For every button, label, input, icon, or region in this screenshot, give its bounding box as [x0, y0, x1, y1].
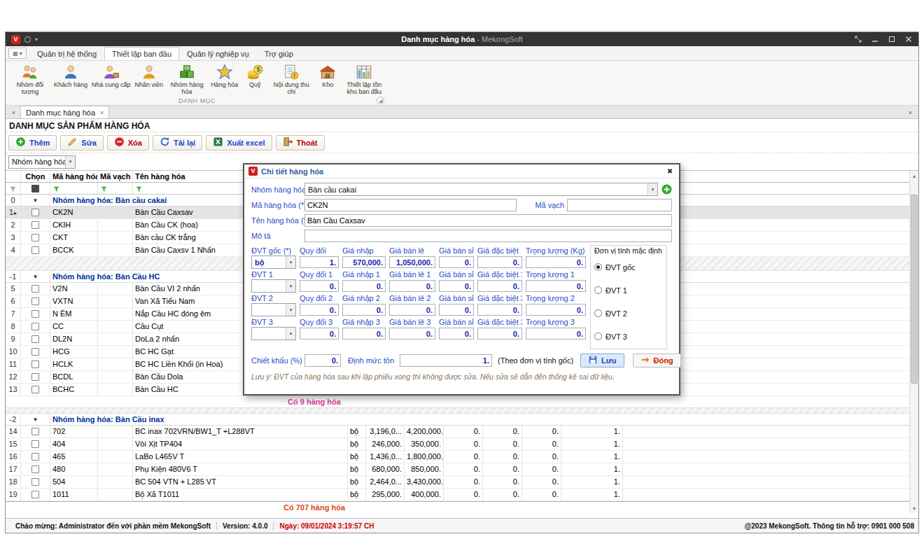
checkbox-cell[interactable] — [21, 384, 50, 396]
row-checkbox[interactable] — [31, 478, 39, 486]
unit-price-input[interactable] — [300, 328, 339, 340]
add-group-icon[interactable] — [662, 184, 672, 195]
reload-button[interactable]: Tải lại — [153, 135, 202, 150]
unit-price-input[interactable] — [342, 304, 386, 316]
checkbox-cell[interactable] — [21, 283, 50, 295]
ribbon-item-receipt[interactable]: Nội dung thu chi — [270, 62, 313, 96]
checkbox-cell[interactable] — [21, 206, 50, 218]
row-checkbox[interactable] — [31, 323, 39, 330]
row-checkbox[interactable] — [31, 373, 39, 381]
ribbon-item-customer[interactable]: Khách hàng — [52, 62, 90, 89]
unit-price-input[interactable] — [342, 280, 386, 292]
chevron-down-icon[interactable]: ▾ — [286, 280, 295, 292]
unit-price-input[interactable] — [300, 304, 339, 316]
unit-combobox[interactable]: ▾ — [251, 279, 296, 293]
exit-button[interactable]: Thoát — [276, 135, 325, 150]
close-all-tabs-icon[interactable]: × — [8, 107, 19, 118]
edit-button[interactable]: Sửa — [60, 135, 103, 150]
close-window-icon[interactable] — [904, 35, 913, 43]
unit-price-input[interactable] — [526, 280, 586, 292]
close-button[interactable]: Đóng — [633, 354, 681, 368]
filter-cell-vach[interactable] — [98, 183, 133, 194]
resize-icon[interactable] — [854, 35, 862, 43]
unit-combobox[interactable]: bộ▾ — [251, 255, 296, 269]
checkbox-cell[interactable] — [21, 489, 50, 500]
unit-price-input[interactable] — [477, 304, 522, 316]
checkbox-cell[interactable] — [21, 295, 50, 307]
save-button[interactable]: Lưu — [580, 354, 624, 368]
group-filter-dropdown[interactable]: Nhóm hàng hóa ▾ — [8, 155, 76, 169]
unit-price-input[interactable] — [300, 280, 339, 292]
row-checkbox[interactable] — [31, 221, 39, 229]
product-row[interactable]: 16465LaBo L465V Tbộ1,436,0...1,800,000.0… — [6, 451, 918, 463]
chevron-down-icon[interactable]: ▾ — [35, 36, 38, 43]
ribbon-item-fund[interactable]: Quỹ — [240, 62, 270, 89]
product-row[interactable]: 17480Phụ Kiện 480V6 Tbộ680,000.850,000.0… — [6, 463, 918, 476]
row-checkbox[interactable] — [31, 348, 39, 356]
scroll-down-icon[interactable]: ▼ — [910, 503, 918, 513]
product-code-input[interactable] — [304, 199, 517, 211]
unit-price-input[interactable] — [342, 256, 386, 268]
minimize-icon[interactable] — [871, 35, 879, 43]
unit-price-input[interactable] — [389, 304, 435, 316]
row-checkbox[interactable] — [31, 209, 39, 216]
checkbox-cell[interactable] — [21, 426, 50, 438]
unit-combobox[interactable]: ▾ — [251, 327, 296, 340]
add-button[interactable]: Thêm — [8, 135, 57, 150]
scroll-up-icon[interactable]: ▲ — [910, 171, 918, 181]
document-tab-active[interactable]: Danh mục hàng hóa × — [20, 106, 109, 118]
checkbox-cell[interactable] — [21, 358, 50, 370]
filter-cell-ma[interactable] — [50, 183, 98, 194]
ribbon-item-supplier[interactable]: Nhà cung cấp — [90, 62, 133, 89]
checkbox-cell[interactable] — [21, 346, 50, 358]
row-checkbox[interactable] — [31, 310, 39, 318]
description-input[interactable] — [304, 230, 672, 242]
unit-price-input[interactable] — [439, 328, 474, 340]
ribbon-item-product-group[interactable]: Nhóm hàng hóa — [165, 62, 209, 96]
group-expand-cell[interactable]: ▾ — [21, 414, 50, 425]
row-checkbox[interactable] — [31, 453, 39, 461]
checkbox-cell[interactable] — [21, 451, 50, 463]
product-row[interactable]: 18504BC 504 VTN + L285 VTbộ2,464,0...3,4… — [6, 476, 918, 489]
row-checkbox[interactable] — [31, 491, 39, 498]
checkbox-cell[interactable] — [21, 308, 50, 320]
ribbon-item-initial-stock[interactable]: Thiết lập tồn kho ban đầu — [342, 62, 386, 96]
stock-norm-input[interactable] — [400, 354, 492, 367]
unit-price-input[interactable] — [526, 256, 586, 268]
row-checkbox[interactable] — [31, 298, 39, 305]
radio-icon[interactable] — [594, 263, 602, 271]
collapse-caret-icon[interactable]: ▾ — [34, 271, 37, 282]
product-row[interactable]: 14702BC inax 702VRN/BW1_T +L288VTbộ3,196… — [6, 426, 918, 438]
column-header-chon[interactable]: Chọn — [21, 171, 50, 182]
delete-button[interactable]: Xóa — [107, 135, 149, 150]
barcode-input[interactable] — [567, 199, 672, 211]
checkbox-cell[interactable] — [21, 371, 50, 383]
radio-icon[interactable] — [594, 309, 602, 317]
row-checkbox[interactable] — [31, 234, 39, 241]
group-expand-cell[interactable]: ▾ — [21, 271, 50, 282]
checkbox-cell[interactable] — [21, 244, 50, 256]
unit-price-input[interactable] — [477, 328, 522, 340]
radio-icon[interactable] — [594, 332, 602, 340]
discount-input[interactable] — [304, 354, 341, 367]
row-checkbox[interactable] — [31, 285, 39, 293]
unit-price-input[interactable] — [439, 280, 474, 292]
checkbox-cell[interactable] — [21, 438, 50, 450]
unit-price-input[interactable] — [342, 328, 386, 340]
checkbox-cell[interactable] — [21, 232, 50, 244]
select-all-cell[interactable] — [21, 183, 50, 194]
column-header-ma[interactable]: Mã hàng hóa — [50, 171, 98, 182]
chevron-down-icon[interactable]: ▾ — [286, 328, 295, 340]
unit-price-input[interactable] — [526, 328, 586, 340]
unit-price-input[interactable] — [439, 304, 474, 316]
ribbon-tab-operations[interactable]: Quản lý nghiệp vụ — [179, 47, 257, 60]
close-tab-icon[interactable]: × — [100, 109, 104, 116]
ribbon-tab-help[interactable]: Trợ giúp — [257, 47, 301, 60]
default-unit-radio[interactable]: ĐVT 3 — [594, 325, 663, 348]
close-document-icon[interactable]: × — [905, 107, 916, 118]
unit-price-input[interactable] — [389, 256, 435, 268]
unit-price-input[interactable] — [389, 328, 435, 340]
select-all-checkbox[interactable] — [31, 185, 39, 192]
chevron-down-icon[interactable]: ▾ — [648, 183, 657, 195]
ribbon-tab-setup[interactable]: Thiết lập ban đầu — [104, 47, 179, 60]
